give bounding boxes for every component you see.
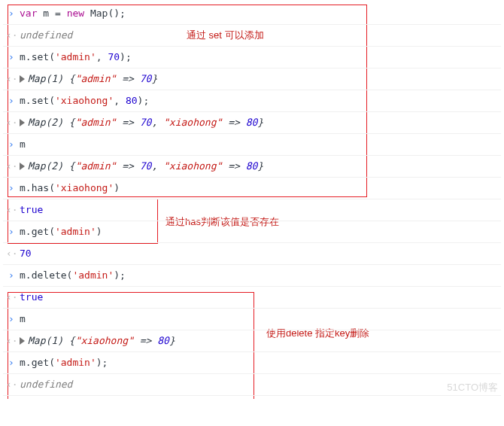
console-output-row[interactable]: ‹·Map(2) {"admin" => 70, "xiaohong" => 8… [3, 156, 501, 178]
console-output-row[interactable]: ‹·undefined [3, 374, 501, 396]
chevron-left-icon: ‹· [6, 247, 17, 260]
code-line: m.get('admin') [20, 225, 102, 239]
chevron-left-icon: ‹· [6, 203, 17, 217]
console-input-row[interactable]: ›m.get('admin') [3, 221, 501, 243]
code-line: Map(1) {"admin" => 70} [20, 72, 157, 86]
chevron-left-icon: ‹· [6, 160, 17, 173]
console-output-row[interactable]: ‹·70 [3, 243, 501, 265]
console-input-row[interactable]: ›m.set('xiaohong', 80); [3, 90, 501, 112]
chevron-right-icon: › [6, 50, 17, 64]
console-input-row[interactable]: ›m.delete('admin'); [3, 265, 501, 287]
code-line: true [20, 291, 43, 304]
chevron-right-icon: › [6, 356, 17, 370]
chevron-left-icon: ‹· [6, 378, 17, 391]
console-input-row[interactable]: ›m.get('admin'); [3, 352, 501, 374]
code-line: 70 [20, 247, 32, 260]
code-line: m.set('admin', 70); [20, 50, 132, 64]
console-input-row[interactable]: ›m.set('admin', 70); [3, 47, 501, 68]
chevron-right-icon: › [6, 94, 17, 108]
console-panel: 通过 set 可以添加 通过has判断该值是否存在 使用delete 指定key… [3, 3, 501, 396]
chevron-left-icon: ‹· [6, 29, 17, 42]
code-line: m.get('admin'); [20, 356, 108, 370]
console-output-row[interactable]: ‹·true [3, 287, 501, 309]
chevron-left-icon: ‹· [6, 72, 17, 86]
code-line: Map(2) {"admin" => 70, "xiaohong" => 80} [20, 160, 263, 173]
code-line: Map(1) {"xiaohong" => 80} [20, 334, 175, 348]
console-input-row[interactable]: ›m [3, 309, 501, 330]
code-line: m.delete('admin'); [20, 269, 126, 282]
chevron-right-icon: › [6, 181, 17, 195]
code-line: m [20, 312, 26, 326]
code-line: Map(2) {"admin" => 70, "xiaohong" => 80} [20, 116, 263, 129]
code-line: m.set('xiaohong', 80); [20, 94, 149, 108]
console-input-row[interactable]: ›m.has('xiaohong') [3, 178, 501, 199]
chevron-right-icon: › [6, 269, 17, 282]
console-input-row[interactable]: ›var m = new Map(); [3, 3, 501, 25]
chevron-right-icon: › [6, 138, 17, 151]
code-line: m [20, 138, 26, 151]
chevron-left-icon: ‹· [6, 116, 17, 129]
console-output-row[interactable]: ‹·Map(1) {"xiaohong" => 80} [3, 330, 501, 352]
console-output-row[interactable]: ‹·Map(2) {"admin" => 70, "xiaohong" => 8… [3, 112, 501, 134]
chevron-right-icon: › [6, 7, 17, 20]
code-line: undefined [20, 29, 72, 42]
console-output-row[interactable]: ‹·undefined [3, 25, 501, 47]
console-input-row[interactable]: ›m [3, 134, 501, 156]
code-line: true [20, 203, 43, 217]
console-output-row[interactable]: ‹·Map(1) {"admin" => 70} [3, 68, 501, 90]
code-line: undefined [20, 378, 72, 391]
chevron-left-icon: ‹· [6, 334, 17, 348]
chevron-right-icon: › [6, 225, 17, 239]
chevron-left-icon: ‹· [6, 291, 17, 304]
code-line: var m = new Map(); [20, 7, 126, 20]
code-line: m.has('xiaohong') [20, 181, 120, 195]
chevron-right-icon: › [6, 312, 17, 326]
console-output-row[interactable]: ‹·true [3, 199, 501, 221]
